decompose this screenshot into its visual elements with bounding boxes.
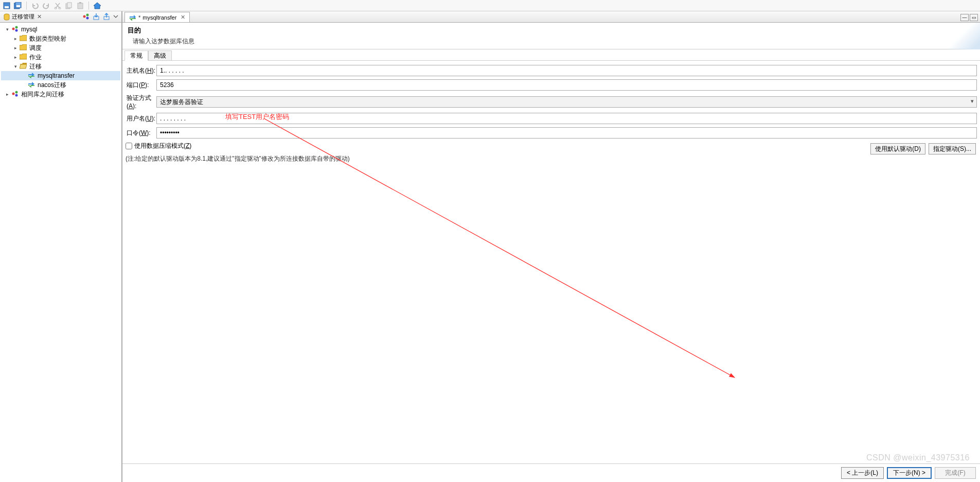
- svg-point-20: [12, 92, 15, 95]
- transfer-icon: [28, 81, 35, 90]
- refresh-icon[interactable]: [82, 13, 90, 21]
- tree-item-db[interactable]: ▸相同库之间迁移: [1, 90, 120, 99]
- expander-icon: [21, 82, 27, 88]
- editor-tabbar: *mysqltransfer ✕ — ▭: [122, 11, 980, 23]
- editor-tab-mysqltransfer[interactable]: *mysqltransfer ✕: [124, 12, 190, 22]
- folder-open-icon: [20, 63, 27, 71]
- sidebar-tab-migration[interactable]: 迁移管理 ✕: [3, 13, 42, 21]
- wizard-header: 目的 请输入达梦数据库信息: [122, 23, 980, 49]
- svg-rect-8: [67, 3, 72, 8]
- folder-icon: [20, 35, 27, 43]
- finish-button[interactable]: 完成(F): [935, 467, 976, 479]
- annotation-arrow: [122, 61, 801, 390]
- tab-advanced[interactable]: 高级: [148, 50, 172, 61]
- form-body: 主机名(H): 端口(P): 验证方式(A): 达梦服务器验证 用户名(U):: [122, 61, 980, 463]
- home-icon[interactable]: [92, 1, 102, 10]
- label-password: 口令(W):: [126, 129, 156, 137]
- toolbar-separator: [88, 2, 89, 10]
- migration-manager-icon: [3, 13, 10, 21]
- cut-icon[interactable]: [52, 1, 63, 10]
- migration-tree[interactable]: ▾mysql▸数据类型映射▸调度▸作业▾迁移mysqltransfernacos…: [0, 23, 121, 482]
- svg-rect-1: [5, 6, 9, 8]
- svg-point-22: [15, 94, 18, 96]
- driver-note: (注:给定的默认驱动版本为8.1,建议通过"指定驱动"修改为所连接数据库自带的驱…: [126, 154, 977, 163]
- tree-item-folder[interactable]: ▸数据类型映射: [1, 34, 120, 43]
- redo-icon[interactable]: [41, 1, 51, 10]
- editor-tab-label: mysqltransfer: [142, 14, 176, 21]
- svg-point-12: [83, 15, 86, 18]
- tree-item-folder[interactable]: ▸调度: [1, 43, 120, 53]
- tree-item-label: mysqltransfer: [38, 72, 75, 79]
- expander-icon[interactable]: ▸: [12, 36, 19, 42]
- tree-item-label: 数据类型映射: [29, 35, 66, 43]
- password-input[interactable]: [156, 127, 977, 139]
- svg-point-14: [86, 16, 89, 19]
- svg-point-13: [86, 13, 89, 16]
- specify-driver-button[interactable]: 指定驱动(S)...: [929, 143, 976, 154]
- svg-point-21: [15, 91, 18, 93]
- tree-item-transfer[interactable]: mysqltransfer: [1, 71, 120, 80]
- transfer-icon: [28, 72, 35, 80]
- expander-icon: [21, 73, 27, 79]
- use-default-driver-button[interactable]: 使用默认驱动(D): [870, 143, 925, 154]
- wizard-subtitle: 请输入达梦数据库信息: [133, 37, 975, 46]
- label-user: 用户名(U):: [126, 114, 156, 123]
- sidebar-tabbar: 迁移管理 ✕: [0, 11, 121, 23]
- svg-rect-10: [79, 2, 81, 4]
- save-icon[interactable]: [2, 1, 12, 10]
- tree-item-label: 迁移: [29, 62, 42, 71]
- tree-item-label: mysql: [21, 26, 37, 33]
- undo-icon[interactable]: [30, 1, 40, 10]
- svg-rect-4: [16, 5, 20, 7]
- tree-item-label: 调度: [29, 44, 42, 53]
- host-input[interactable]: [156, 65, 977, 76]
- export-icon[interactable]: [103, 13, 110, 21]
- paste-icon[interactable]: [75, 1, 85, 10]
- label-port: 端口(P):: [126, 81, 156, 90]
- tree-item-label: nacos迁移: [38, 81, 66, 90]
- app-toolbar: [0, 0, 980, 11]
- label-auth: 验证方式(A):: [126, 94, 156, 110]
- tree-item-folder[interactable]: ▸作业: [1, 53, 120, 62]
- close-icon[interactable]: ✕: [181, 14, 185, 21]
- tree-item-label: 作业: [29, 53, 42, 62]
- db-icon: [11, 25, 19, 34]
- transfer-icon: [129, 14, 136, 21]
- compress-label: 使用数据压缩模式(Z): [134, 142, 191, 150]
- folder-icon: [20, 54, 27, 61]
- expander-icon[interactable]: ▾: [12, 63, 19, 70]
- row-user: 用户名(U):: [126, 113, 977, 124]
- label-host: 主机名(H):: [126, 66, 156, 75]
- expander-icon[interactable]: ▸: [12, 54, 19, 60]
- maximize-button[interactable]: ▭: [970, 14, 978, 21]
- tree-item-folder-open[interactable]: ▾迁移: [1, 62, 120, 71]
- tree-item-transfer[interactable]: nacos迁移: [1, 80, 120, 90]
- prev-button[interactable]: < 上一步(L): [841, 467, 884, 479]
- tab-general[interactable]: 常规: [124, 50, 148, 61]
- dirty-indicator: *: [138, 14, 140, 21]
- row-compress: 使用数据压缩模式(Z): [126, 142, 977, 150]
- folder-icon: [20, 44, 27, 52]
- editor-window-controls: — ▭: [960, 14, 978, 22]
- sidebar-toolbar: [82, 13, 118, 21]
- row-auth: 验证方式(A): 达梦服务器验证: [126, 94, 977, 110]
- menu-icon[interactable]: [113, 13, 118, 21]
- save-all-icon[interactable]: [13, 1, 23, 10]
- expander-icon[interactable]: ▾: [4, 26, 10, 32]
- user-input[interactable]: [156, 113, 977, 124]
- svg-point-19: [15, 29, 18, 31]
- port-input[interactable]: [156, 79, 977, 91]
- expander-icon[interactable]: ▸: [12, 45, 19, 51]
- close-icon[interactable]: ✕: [37, 13, 42, 20]
- sidebar-tab-label: 迁移管理: [12, 13, 34, 21]
- auth-select[interactable]: 达梦服务器验证: [156, 96, 977, 108]
- minimize-button[interactable]: —: [960, 14, 969, 21]
- tree-item-db[interactable]: ▾mysql: [1, 25, 120, 34]
- row-password: 口令(W):: [126, 127, 977, 139]
- copy-icon[interactable]: [64, 1, 74, 10]
- expander-icon[interactable]: ▸: [4, 91, 10, 97]
- next-button[interactable]: 下一步(N) >: [887, 467, 932, 479]
- import-icon[interactable]: [93, 13, 100, 21]
- wizard-footer: < 上一步(L) 下一步(N) > 完成(F): [122, 463, 980, 482]
- compress-checkbox[interactable]: [126, 143, 132, 149]
